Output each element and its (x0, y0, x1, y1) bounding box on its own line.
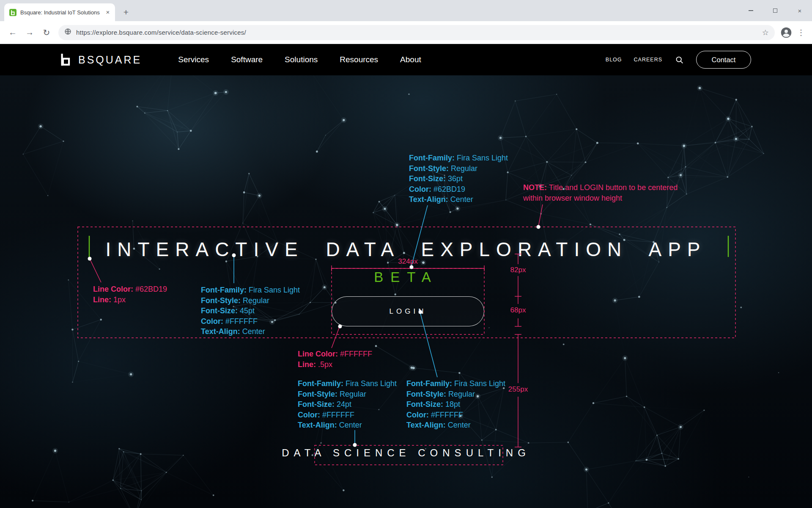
measurement-label-324: 324px (332, 257, 484, 266)
nav-link-software[interactable]: Software (231, 55, 263, 64)
spec-block-beta: Font-Family: Fira Sans LightFont-Style: … (409, 153, 508, 205)
spec-line: Font-Style: Regular (298, 389, 397, 400)
spec-label: Font-Size: (409, 174, 446, 183)
spec-line: Font-Style: Regular (409, 163, 508, 174)
browser-window: Bsquare: Industrial IoT Solutions × + × … (0, 0, 812, 508)
spec-label: Font-Family: (409, 154, 455, 162)
spec-block-green-line: Line Color: #62BD19Line: 1px (93, 284, 167, 305)
tab-strip: Bsquare: Industrial IoT Solutions × + × (0, 0, 812, 21)
spec-value: 36pt (446, 174, 463, 183)
tab-close-icon[interactable]: × (104, 8, 112, 16)
reload-button[interactable]: ↻ (39, 25, 54, 40)
site-header: BSQUARE Services Software Solutions Reso… (0, 44, 812, 75)
spec-block-white-line: Line Color: #FFFFFFLine: .5px (298, 349, 372, 370)
nav-link-solutions[interactable]: Solutions (285, 55, 318, 64)
nav-link-services[interactable]: Services (178, 55, 209, 64)
spec-line: Color: #FFFFFF (298, 410, 397, 420)
spec-label: Color: (298, 411, 320, 419)
spec-label: Font-Size: (201, 306, 238, 315)
minimize-icon (749, 10, 753, 11)
spec-label: Text-Align: (406, 421, 446, 429)
spec-value: Fira Sans Light (455, 154, 508, 162)
address-bar[interactable]: https://explore.bsquare.com/service/data… (58, 25, 775, 40)
spec-label: Font-Size: (406, 400, 443, 409)
measurement-label-82: 82px (503, 266, 533, 274)
bsquare-logo[interactable]: BSQUARE (59, 53, 142, 66)
spec-value: #FFFFFF (223, 317, 258, 326)
nav-link-about[interactable]: About (400, 55, 421, 64)
spec-line: Font-Family: Fira Sans Light (298, 378, 397, 389)
spec-line: Color: #FFFFFF (406, 410, 505, 420)
note-annotation: NOTE: Title and LOGIN button to be cente… (523, 182, 691, 203)
beta-label: BETA (0, 269, 812, 285)
spec-value: Regular (449, 164, 477, 173)
spec-label: Font-Style: (409, 164, 449, 173)
spec-value: Regular (337, 390, 366, 398)
spec-value: Fira Sans Light (452, 379, 505, 388)
spec-line: Font-Size: 36pt (409, 174, 508, 184)
spec-label: Text-Align: (201, 327, 240, 336)
back-button[interactable]: ← (5, 25, 20, 40)
login-button[interactable]: LOGIN (332, 296, 484, 326)
spec-line: Font-Size: 18pt (406, 399, 505, 410)
bookmark-star-icon[interactable]: ☆ (762, 28, 769, 37)
spec-label: Font-Family: (406, 379, 452, 388)
spec-line: Text-Align: Center (298, 420, 397, 431)
spec-value: 24pt (335, 400, 351, 409)
brand-wordmark: BSQUARE (78, 54, 142, 66)
main-navigation: Services Software Solutions Resources Ab… (178, 55, 421, 64)
spec-value: Center (448, 195, 473, 204)
spec-line: Line Color: #62BD19 (93, 284, 167, 295)
nav-link-careers[interactable]: CAREERS (634, 57, 662, 63)
spec-value: Fira Sans Light (247, 286, 300, 294)
profile-avatar[interactable] (779, 25, 793, 40)
browser-tab[interactable]: Bsquare: Industrial IoT Solutions × (4, 3, 115, 21)
spec-label: Text-Align: (409, 195, 448, 204)
new-tab-button[interactable]: + (120, 6, 132, 18)
spec-line: Font-Family: Fira Sans Light (201, 285, 300, 295)
spec-label: Color: (409, 185, 431, 193)
spec-value: Center (240, 327, 265, 336)
spec-block-consulting: Font-Family: Fira Sans LightFont-Style: … (298, 378, 397, 431)
spec-value: Fira Sans Light (343, 379, 397, 388)
header-utility: BLOG CAREERS Contact (606, 51, 751, 69)
spec-label: Font-Size: (298, 400, 335, 409)
spec-line: Text-Align: Center (406, 420, 505, 431)
spec-line: Line: 1px (93, 295, 167, 305)
consulting-label: DATA SCIENCE CONSULTING (0, 447, 812, 459)
nav-link-resources[interactable]: Resources (340, 55, 378, 64)
contact-button[interactable]: Contact (696, 51, 751, 69)
spec-label: Color: (201, 317, 223, 326)
spec-value: #FFFFFF (338, 350, 372, 358)
window-close-button[interactable]: × (787, 0, 812, 21)
search-icon[interactable] (674, 55, 684, 65)
spec-value: .5px (316, 360, 332, 369)
favicon-bsquare-icon (9, 9, 16, 16)
spec-value: #62BD19 (133, 285, 167, 293)
window-minimize-button[interactable] (738, 0, 763, 21)
spec-value: 18pt (443, 400, 460, 409)
window-maximize-button[interactable] (763, 0, 787, 21)
spec-label: Line Color: (298, 350, 338, 358)
spec-block-login: Font-Family: Fira Sans LightFont-Style: … (406, 378, 505, 431)
url-text[interactable]: https://explore.bsquare.com/service/data… (76, 29, 246, 36)
note-label: NOTE: (523, 183, 547, 192)
spec-label: Color: (406, 411, 429, 419)
nav-link-blog[interactable]: BLOG (606, 57, 622, 63)
spec-label: Line: (93, 295, 111, 304)
forward-button[interactable]: → (22, 25, 37, 40)
bsquare-logo-mark (59, 53, 73, 66)
spec-line: Font-Style: Regular (201, 295, 300, 306)
spec-label: Font-Style: (406, 390, 446, 398)
spec-line: Text-Align: Center (201, 326, 300, 337)
browser-menu-icon[interactable]: ⋮ (794, 25, 808, 40)
maximize-icon (773, 8, 777, 13)
spec-value: Center (337, 421, 362, 429)
spec-label: Line Color: (93, 285, 133, 293)
site-info-icon[interactable] (64, 28, 71, 37)
spec-value: #FFFFFF (320, 411, 354, 419)
spec-value: #FFFFFF (429, 411, 463, 419)
spec-label: Font-Style: (298, 390, 337, 398)
spec-line: Font-Size: 24pt (298, 399, 397, 410)
spec-label: Font-Style: (201, 296, 241, 305)
